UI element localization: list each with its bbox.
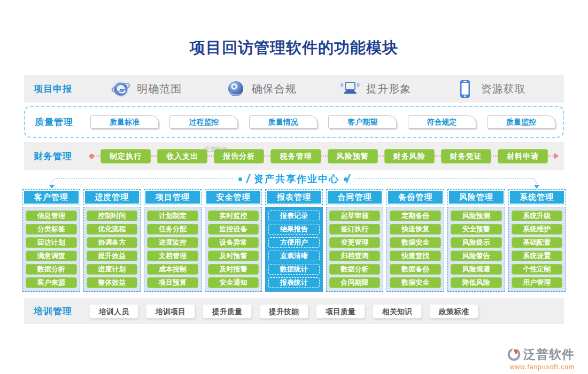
module-chip[interactable]: 项目预算 [147, 277, 198, 288]
quality-chip[interactable]: 客户期望 [328, 115, 397, 129]
quality-chip[interactable]: 质量标准 [90, 115, 159, 129]
module-column: 报表管理 报表记录结果报告方便用户直观清晰数据统计报表统计 [265, 189, 323, 292]
module-chip[interactable]: 快速恢复 [390, 224, 441, 235]
module-chip[interactable]: 分类标签 [26, 224, 77, 235]
column-header-box: 项目管理 [144, 189, 202, 205]
module-chip[interactable]: 报表记录 [268, 211, 320, 221]
module-chip[interactable]: 合同期限 [329, 277, 381, 288]
module-chip[interactable]: 文档管理 [147, 251, 198, 261]
module-chip[interactable]: 方便用户 [268, 237, 320, 248]
quality-chip[interactable]: 质量情况 [249, 115, 318, 129]
module-chip[interactable]: 系统升级 [512, 211, 563, 221]
module-chip[interactable]: 风险预测 [451, 211, 502, 221]
watermark: 泛普软件 [204, 145, 228, 153]
column-header-box: 合同管理 [326, 189, 384, 205]
finance-chips: 制定执行 收入支出 报告分析 税务管理 风险预警 财务风险 [94, 149, 548, 163]
module-chip[interactable]: 设备异常 [208, 237, 259, 248]
module-chip[interactable]: 数据分析 [329, 264, 381, 275]
module-column: 风险管理 风险预测安全预警风险提示风险警告风险规避降低风险 [447, 189, 505, 292]
module-chip[interactable]: 信息管理 [26, 211, 77, 221]
module-chip[interactable]: 结果报告 [268, 224, 320, 235]
finance-chip[interactable]: 财务凭证 [441, 149, 491, 163]
finance-chip[interactable]: 财务风险 [384, 149, 435, 163]
column-header: 风险管理 [449, 191, 504, 204]
module-chip[interactable]: 风险提示 [451, 237, 502, 248]
module-chip[interactable]: 计划制定 [147, 211, 198, 221]
training-chip[interactable]: 项目质量 [316, 304, 365, 318]
declare-item-label: 明确范围 [137, 82, 182, 96]
quality-chip[interactable]: 质量监控 [487, 115, 555, 129]
column-header-box: 备份管理 [386, 189, 444, 205]
module-chip[interactable]: 降低风险 [451, 277, 502, 288]
module-chip[interactable]: 实时监控 [208, 211, 259, 221]
flow-connector [151, 155, 157, 157]
column-header: 进度管理 [85, 191, 140, 204]
module-chip[interactable]: 直观清晰 [268, 251, 320, 261]
module-chip[interactable]: 快速查找 [390, 251, 441, 261]
module-chip[interactable]: 定期备份 [390, 211, 441, 221]
finance-chip[interactable]: 风险预警 [328, 149, 378, 163]
module-chip[interactable]: 数据备份 [390, 264, 441, 275]
training-chip[interactable]: 提升质量 [203, 304, 252, 318]
module-chip[interactable]: 安全预警 [451, 224, 502, 235]
module-chip[interactable]: 进度计划 [87, 264, 138, 275]
module-chip[interactable]: 数据安全 [390, 277, 441, 288]
flow-connector [94, 155, 100, 157]
module-chip[interactable]: 数据分析 [26, 264, 77, 275]
training-row-label: 培训管理 [24, 305, 89, 317]
module-chip[interactable]: 个性定制 [512, 264, 563, 275]
training-chip[interactable]: 提升技能 [259, 304, 308, 318]
module-chip[interactable]: 签订执行 [329, 224, 381, 235]
finance-chip[interactable]: 制定执行 [100, 149, 151, 163]
module-chip[interactable]: 成本控制 [147, 264, 198, 275]
module-chip[interactable]: 系统维护 [512, 224, 563, 235]
training-chip[interactable]: 相关知识 [373, 304, 422, 318]
module-chip[interactable]: 数据安全 [390, 237, 441, 248]
module-chip[interactable]: 风险规避 [451, 264, 502, 275]
training-chip[interactable]: 政策标准 [429, 304, 478, 318]
module-chip[interactable]: 起草审核 [329, 211, 381, 221]
declare-item-label: 确保合规 [252, 82, 297, 96]
module-chip[interactable]: 回访计划 [26, 237, 77, 248]
module-chip[interactable]: 客户来源 [26, 277, 77, 288]
banner-title: 资产共享作业中心 [254, 173, 339, 185]
banner-dot-icon [238, 177, 242, 181]
module-chip[interactable]: 优化流程 [87, 224, 138, 235]
module-chip[interactable]: 监控设备 [208, 224, 259, 235]
finance-chip[interactable]: 税务管理 [270, 149, 321, 163]
column-items: 系统升级系统维护基础配置系统设置个性定制用户管理 [508, 207, 566, 292]
module-chip[interactable]: 进度监控 [147, 237, 198, 248]
module-chip[interactable]: 整体效益 [87, 277, 138, 288]
module-chip[interactable]: 协调各方 [87, 237, 138, 248]
module-chip[interactable]: 变更管理 [329, 237, 381, 248]
quality-chip[interactable]: 过程监控 [169, 115, 238, 129]
column-header: 客户管理 [24, 191, 79, 204]
phone-icon [455, 79, 475, 98]
quality-chips: 质量标准过程监控质量情况客户期望符合规定质量监控 [90, 115, 563, 129]
quality-chip[interactable]: 符合规定 [408, 115, 476, 129]
module-chip[interactable]: 及时预警 [208, 251, 259, 261]
flow-start-dot [89, 154, 94, 159]
column-header: 合同管理 [328, 191, 382, 204]
declare-row-label: 项目申报 [24, 83, 89, 95]
module-chip[interactable]: 归档查询 [329, 251, 381, 261]
module-chip[interactable]: 控制时间 [87, 211, 138, 221]
module-chip[interactable]: 安全通知 [208, 277, 259, 288]
column-header-box: 报表管理 [265, 189, 323, 205]
module-chip[interactable]: 满意调查 [26, 251, 77, 261]
module-chip[interactable]: 风险警告 [451, 251, 502, 261]
module-chip[interactable]: 报表统计 [268, 277, 320, 288]
column-items: 风险预测安全预警风险提示风险警告风险规避降低风险 [447, 207, 505, 292]
finance-chip[interactable]: 收入支出 [157, 149, 207, 163]
module-chip[interactable]: 基础配置 [512, 237, 563, 248]
column-header: 项目管理 [145, 191, 200, 204]
finance-chip[interactable]: 材料申请 [498, 149, 548, 163]
module-chip[interactable]: 系统设置 [512, 251, 563, 261]
module-chip[interactable]: 用户管理 [512, 277, 563, 288]
training-chip[interactable]: 培训项目 [146, 304, 195, 318]
module-chip[interactable]: 提升效益 [87, 251, 138, 261]
module-chip[interactable]: 及时报警 [208, 264, 259, 275]
module-chip[interactable]: 任务分配 [147, 224, 198, 235]
module-chip[interactable]: 数据统计 [268, 264, 320, 275]
training-chip[interactable]: 培训人员 [89, 304, 138, 318]
